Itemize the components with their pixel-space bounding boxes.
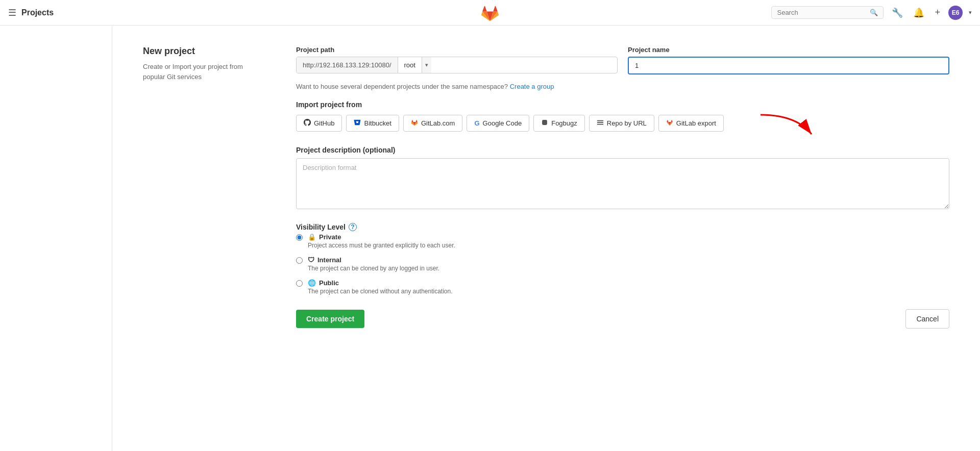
visibility-private-content: 🔒 Private Project access must be granted… [308, 233, 455, 249]
description-textarea[interactable] [296, 158, 949, 209]
visibility-private-label[interactable]: Private [319, 233, 341, 241]
gitlab-logo[interactable] [481, 4, 499, 22]
repourl-icon [597, 119, 604, 128]
svg-rect-0 [542, 120, 547, 125]
import-bitbucket-button[interactable]: Bitbucket [346, 115, 399, 132]
navbar-right: 🔍 🔧 🔔 + E6 ▾ [771, 5, 972, 20]
main-content: New project Create or Import your projec… [112, 26, 980, 451]
project-name-label: Project name [628, 46, 949, 54]
path-prefix: http://192.168.133.129:10080/ [297, 57, 398, 73]
page-description: Create or Import your project from popul… [143, 62, 265, 82]
visibility-private-desc: Project access must be granted explicitl… [308, 242, 455, 249]
visibility-internal-radio[interactable] [296, 257, 303, 264]
visibility-public-option: 🌐 Public The project can be cloned witho… [296, 279, 949, 295]
lock-icon: 🔒 [308, 233, 316, 241]
navbar: ☰ Projects 🔍 🔧 🔔 + E6 ▾ [0, 0, 980, 26]
description-section: Project description (optional) [296, 146, 949, 223]
visibility-public-title: 🌐 Public [308, 279, 453, 287]
user-dropdown-arrow[interactable]: ▾ [969, 9, 972, 16]
import-github-button[interactable]: GitHub [296, 115, 342, 132]
plus-icon[interactable]: + [933, 5, 942, 20]
import-section: Import project from GitHub [296, 101, 949, 132]
new-project-sidebar: New project Create or Import your projec… [143, 46, 265, 329]
fogbugz-label: Fogbugz [551, 119, 577, 127]
group-link-text: Want to house several dependent projects… [296, 83, 508, 90]
visibility-public-desc: The project can be cloned without any au… [308, 288, 453, 295]
page-title: New project [143, 46, 265, 57]
gitlab-logo-svg [481, 4, 499, 22]
repourl-label: Repo by URL [607, 119, 647, 127]
left-sidebar [0, 26, 112, 451]
bitbucket-icon [354, 119, 361, 128]
visibility-text: Visibility Level [296, 223, 346, 231]
visibility-internal-content: 🛡 Internal The project can be cloned by … [308, 256, 439, 272]
path-dropdown[interactable]: ▾ [422, 57, 431, 73]
import-googlecode-button[interactable]: G Google Code [467, 115, 529, 132]
globe-icon: 🌐 [308, 279, 316, 287]
project-name-group: Project name [628, 46, 949, 74]
search-input[interactable] [777, 9, 868, 16]
visibility-public-content: 🌐 Public The project can be cloned witho… [308, 279, 453, 295]
project-path-row: Project path http://192.168.133.129:1008… [296, 46, 949, 74]
import-gitlabcom-button[interactable]: GitLab.com [403, 115, 462, 132]
googlecode-label: Google Code [483, 119, 522, 127]
visibility-public-label[interactable]: Public [319, 279, 339, 287]
gitlabexport-icon [666, 119, 673, 128]
visibility-label: Visibility Level ? [296, 223, 949, 231]
import-buttons: GitHub Bitbucket [296, 115, 949, 132]
new-project-layout: New project Create or Import your projec… [143, 46, 949, 329]
nav-title: Projects [21, 8, 54, 17]
gitlabcom-icon [411, 119, 418, 128]
import-fogbugz-button[interactable]: Fogbugz [533, 115, 585, 132]
visibility-public-radio[interactable] [296, 280, 303, 287]
path-username: root [398, 57, 422, 73]
visibility-internal-desc: The project can be cloned by any logged … [308, 265, 439, 272]
visibility-help-icon[interactable]: ? [349, 223, 357, 231]
description-label: Project description (optional) [296, 146, 949, 154]
navbar-left: ☰ Projects [8, 7, 54, 18]
visibility-private-option: 🔒 Private Project access must be granted… [296, 233, 949, 249]
visibility-section: Visibility Level ? 🔒 Private Proje [296, 223, 949, 295]
github-icon [304, 119, 311, 128]
cancel-button[interactable]: Cancel [905, 309, 949, 329]
googlecode-icon: G [474, 119, 479, 127]
import-gitlabexport-button[interactable]: GitLab export [658, 115, 724, 132]
visibility-internal-title: 🛡 Internal [308, 256, 439, 264]
bitbucket-label: Bitbucket [364, 119, 391, 127]
import-label: Import project from [296, 101, 949, 109]
bell-icon[interactable]: 🔔 [911, 5, 926, 20]
visibility-private-title: 🔒 Private [308, 233, 455, 241]
project-name-input[interactable] [628, 57, 949, 74]
new-project-form: Project path http://192.168.133.129:1008… [296, 46, 949, 329]
page-container: New project Create or Import your projec… [0, 26, 980, 451]
navbar-center [481, 4, 499, 22]
search-icon: 🔍 [870, 9, 878, 16]
visibility-internal-option: 🛡 Internal The project can be cloned by … [296, 256, 949, 272]
project-path-group: Project path http://192.168.133.129:1008… [296, 46, 618, 74]
visibility-private-radio[interactable] [296, 234, 303, 241]
user-avatar[interactable]: E6 [948, 6, 963, 20]
create-group-link[interactable]: Create a group [510, 83, 554, 90]
wrench-icon[interactable]: 🔧 [890, 5, 905, 20]
project-path-label: Project path [296, 46, 618, 54]
search-box[interactable]: 🔍 [771, 6, 884, 19]
form-actions: Create project Cancel [296, 309, 949, 329]
github-label: GitHub [314, 119, 334, 127]
hamburger-icon[interactable]: ☰ [8, 7, 16, 18]
path-input-group: http://192.168.133.129:10080/ root ▾ [296, 57, 618, 73]
visibility-internal-label[interactable]: Internal [317, 256, 341, 264]
visibility-options: 🔒 Private Project access must be granted… [296, 233, 949, 295]
gitlabcom-label: GitLab.com [421, 119, 455, 127]
shield-icon: 🛡 [308, 256, 314, 264]
fogbugz-icon [541, 119, 548, 128]
annotation-arrow [755, 110, 817, 140]
group-link-row: Want to house several dependent projects… [296, 83, 949, 90]
import-repourl-button[interactable]: Repo by URL [589, 115, 654, 132]
create-project-button[interactable]: Create project [296, 310, 364, 328]
gitlabexport-label: GitLab export [676, 119, 716, 127]
